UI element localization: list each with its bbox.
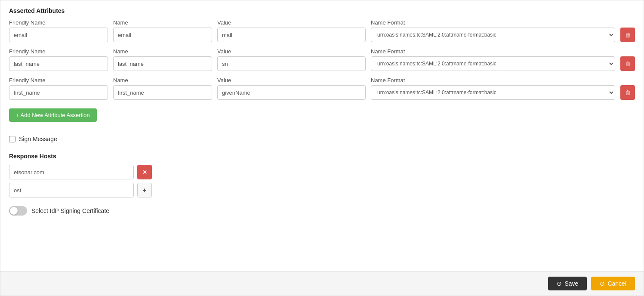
value-label-1: Value — [217, 19, 366, 26]
response-host-row-1 — [9, 165, 635, 179]
value-input-3[interactable] — [217, 85, 366, 100]
name-field-1 — [113, 28, 212, 42]
friendly-name-input-1[interactable] — [9, 28, 108, 42]
trash-icon-3 — [625, 89, 631, 96]
save-button[interactable]: ⊙ Save — [548, 277, 587, 290]
attribute-labels-2: Friendly Name Name Value Name Format — [9, 48, 635, 55]
nameformat-select-2[interactable]: urn:oasis:names:tc:SAML:2.0:attrname-for… — [371, 56, 615, 71]
value-label-2: Value — [217, 48, 366, 55]
main-content: Asserted Attributes Friendly Name Name V… — [0, 0, 644, 271]
page-wrapper: Asserted Attributes Friendly Name Name V… — [0, 0, 644, 296]
attribute-fields-2: urn:oasis:names:tc:SAML:2.0:attrname-for… — [9, 56, 635, 71]
plus-icon — [142, 186, 146, 195]
trash-icon-1 — [625, 31, 631, 38]
name-label-3: Name — [113, 77, 212, 83]
nameformat-label-2: Name Format — [371, 48, 635, 55]
host-input-wrapper-2 — [9, 183, 134, 197]
value-field-1 — [217, 28, 366, 42]
response-hosts-title: Response Hosts — [9, 153, 635, 160]
response-host-row-2 — [9, 183, 635, 197]
value-field-2 — [217, 56, 366, 71]
save-circle-icon: ⊙ — [557, 280, 562, 287]
add-host-button[interactable] — [137, 183, 152, 197]
name-input-3[interactable] — [113, 85, 212, 100]
attribute-fields-3: urn:oasis:names:tc:SAML:2.0:attrname-for… — [9, 85, 635, 100]
asserted-attributes-section: Asserted Attributes Friendly Name Name V… — [9, 7, 635, 129]
add-attribute-button[interactable]: + Add New Attribute Assertion — [9, 108, 97, 122]
cancel-label: Cancel — [607, 280, 626, 287]
nameformat-field-3: urn:oasis:names:tc:SAML:2.0:attrname-for… — [371, 85, 615, 100]
delete-row-1-button[interactable] — [620, 28, 635, 42]
attribute-fields-1: urn:oasis:names:tc:SAML:2.0:attrname-for… — [9, 28, 635, 42]
trash-icon-2 — [625, 60, 631, 67]
sign-message-row: Sign Message — [9, 136, 635, 142]
signing-cert-toggle[interactable] — [9, 206, 27, 216]
sign-message-label: Sign Message — [19, 136, 57, 142]
cancel-button[interactable]: ⊙ Cancel — [591, 277, 635, 290]
friendly-name-field-1 — [9, 28, 108, 42]
attribute-row-2: Friendly Name Name Value Name Format — [9, 48, 635, 71]
attribute-labels-1: Friendly Name Name Value Name Format — [9, 19, 635, 26]
name-input-1[interactable] — [113, 28, 212, 42]
response-hosts-section: Response Hosts — [9, 153, 635, 197]
friendly-name-field-3 — [9, 85, 108, 100]
remove-host-1-button[interactable] — [137, 165, 152, 179]
delete-row-2-button[interactable] — [620, 56, 635, 71]
friendly-name-field-2 — [9, 56, 108, 71]
host-input-1[interactable] — [9, 165, 134, 179]
friendly-name-label-2: Friendly Name — [9, 48, 108, 55]
nameformat-select-1[interactable]: urn:oasis:names:tc:SAML:2.0:attrname-for… — [371, 28, 615, 42]
friendly-name-input-3[interactable] — [9, 85, 108, 100]
friendly-name-label-3: Friendly Name — [9, 77, 108, 83]
sign-message-checkbox[interactable] — [9, 136, 15, 142]
nameformat-label-1: Name Format — [371, 19, 635, 26]
friendly-name-label-1: Friendly Name — [9, 19, 108, 26]
x-icon-1 — [142, 168, 147, 176]
name-input-2[interactable] — [113, 56, 212, 71]
save-label: Save — [564, 280, 578, 287]
toggle-knob — [10, 207, 18, 215]
delete-row-3-button[interactable] — [620, 85, 635, 100]
asserted-attributes-title: Asserted Attributes — [9, 7, 635, 14]
nameformat-field-2: urn:oasis:names:tc:SAML:2.0:attrname-for… — [371, 56, 615, 71]
nameformat-field-1: urn:oasis:names:tc:SAML:2.0:attrname-for… — [371, 28, 615, 42]
value-input-2[interactable] — [217, 56, 366, 71]
value-input-1[interactable] — [217, 28, 366, 42]
host-input-2[interactable] — [9, 183, 134, 197]
attribute-row-3: Friendly Name Name Value Name Format — [9, 77, 635, 100]
friendly-name-input-2[interactable] — [9, 56, 108, 71]
nameformat-select-3[interactable]: urn:oasis:names:tc:SAML:2.0:attrname-for… — [371, 85, 615, 100]
nameformat-label-3: Name Format — [371, 77, 635, 83]
signing-cert-label: Select IdP Signing Certificate — [31, 207, 109, 214]
name-label-1: Name — [113, 19, 212, 26]
value-label-3: Value — [217, 77, 366, 83]
attribute-labels-3: Friendly Name Name Value Name Format — [9, 77, 635, 83]
name-field-3 — [113, 85, 212, 100]
value-field-3 — [217, 85, 366, 100]
footer-bar: ⊙ Save ⊙ Cancel — [0, 271, 644, 296]
name-field-2 — [113, 56, 212, 71]
cancel-circle-icon: ⊙ — [600, 280, 605, 287]
name-label-2: Name — [113, 48, 212, 55]
host-input-wrapper-1 — [9, 165, 134, 179]
signing-cert-row: Select IdP Signing Certificate — [9, 206, 635, 216]
attribute-row-1: Friendly Name Name Value Name Format — [9, 19, 635, 42]
